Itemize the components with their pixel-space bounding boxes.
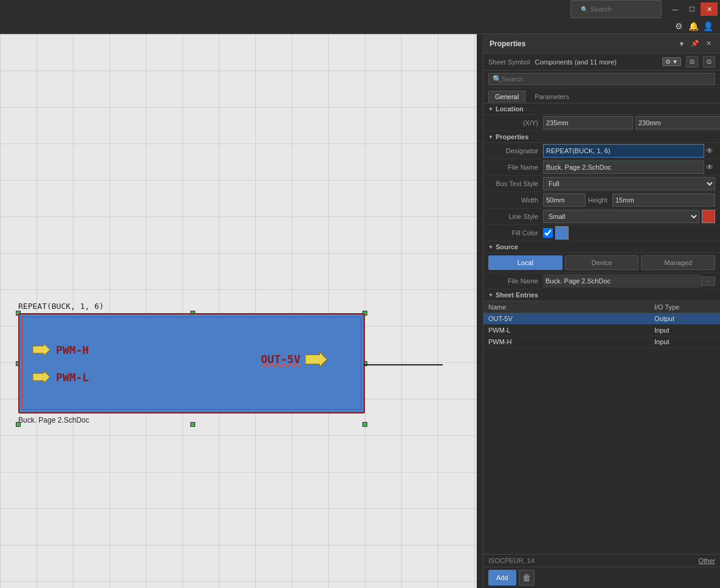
tab-general[interactable]: General — [488, 91, 525, 103]
canvas-area: REPEAT(BUCK, 1, 6) — [0, 34, 477, 588]
designator-input[interactable] — [543, 144, 704, 157]
entry-row-0[interactable]: OUT-5V Output — [483, 313, 720, 325]
footer-buttons: Add 🗑 — [483, 567, 720, 588]
bus-text-style-select[interactable]: Full — [543, 177, 715, 190]
sheet-entries-triangle-icon: ▼ — [488, 292, 493, 298]
sheet-entries-section-header[interactable]: ▼ Sheet Entries — [483, 289, 720, 301]
properties-triangle-icon: ▼ — [488, 134, 493, 140]
panel-footer: ISOCPEUR, 14 Other — [483, 554, 720, 567]
maximize-button[interactable]: ☐ — [684, 2, 701, 16]
component-body-wrapper: PWM-H PWM-L OUT-5V — [18, 313, 365, 424]
sheet-entries-table-header: Name I/O Type — [483, 301, 720, 313]
fill-color-label: Fill Color — [488, 229, 543, 237]
schematic-component[interactable]: REPEAT(BUCK, 1, 6) — [18, 302, 365, 424]
xy-label: (X/Y) — [488, 119, 543, 126]
sheet-symbol-label: Sheet Symbol — [488, 58, 530, 66]
filter-icon: ⚙ — [665, 58, 671, 65]
more-button[interactable]: ··· — [702, 277, 715, 286]
source-file-row: File Name Buck. Page 2.SchDoc ··· — [483, 273, 720, 289]
entry-row-1[interactable]: PWM-L Input — [483, 325, 720, 336]
filename-label: File Name — [488, 164, 543, 171]
x-input[interactable] — [543, 116, 633, 130]
entry-iotype-2: Input — [654, 338, 715, 345]
delete-button[interactable]: 🗑 — [519, 570, 535, 586]
source-section-label: Source — [496, 243, 518, 251]
entry-name-0: OUT-5V — [488, 315, 654, 322]
settings-icon[interactable]: ⚙ — [671, 19, 686, 33]
col-name-header: Name — [488, 303, 654, 311]
component-body: PWM-H PWM-L OUT-5V — [18, 313, 365, 413]
properties-section-label: Properties — [496, 133, 528, 140]
local-button[interactable]: Local — [488, 255, 562, 270]
tab-parameters[interactable]: Parameters — [528, 91, 576, 103]
filter-dropdown-icon: ▼ — [672, 58, 678, 65]
title-bar: 🔍 — ☐ ✕ — [0, 0, 720, 18]
panel-close-icon[interactable]: ✕ — [703, 38, 714, 49]
out5v-arrow-icon — [305, 351, 327, 367]
svg-marker-0 — [33, 344, 50, 356]
footer-info: ISOCPEUR, 14 — [488, 557, 535, 564]
vertical-scrollbar[interactable] — [477, 34, 483, 588]
location-section-header[interactable]: ▼ Location — [483, 103, 720, 115]
title-search-box[interactable]: 🔍 — [570, 0, 662, 18]
bus-text-style-label: Bus Text Style — [488, 180, 543, 187]
pin-out5v-container: OUT-5V — [261, 345, 327, 373]
main-area: REPEAT(BUCK, 1, 6) — [0, 34, 720, 588]
panel-tabs: General Parameters — [483, 88, 720, 103]
filter-button[interactable]: ⚙ ▼ — [662, 57, 681, 66]
title-search-icon: 🔍 — [581, 6, 588, 13]
bus-text-style-row: Bus Text Style Full — [483, 176, 720, 192]
pwm-l-arrow-icon — [33, 371, 50, 383]
height-input[interactable] — [612, 193, 715, 207]
entry-name-1: PWM-L — [488, 327, 654, 334]
line-style-row: Line Style Small — [483, 209, 720, 225]
source-section-header[interactable]: ▼ Source — [483, 241, 720, 253]
fill-color-swatch[interactable] — [555, 226, 569, 240]
minimize-button[interactable]: — — [666, 2, 684, 16]
panel-search-input[interactable] — [502, 75, 711, 83]
window-controls: — ☐ ✕ — [666, 2, 718, 16]
device-button[interactable]: Device — [565, 255, 639, 270]
width-height-row: Width Height — [483, 192, 720, 209]
copy-button[interactable]: ⧉ — [686, 56, 698, 67]
line-style-select[interactable]: Small — [543, 210, 699, 223]
designator-row: Designator 👁 — [483, 143, 720, 159]
handle-bm[interactable] — [190, 422, 195, 427]
sheet-entries-section-label: Sheet Entries — [496, 291, 538, 299]
panel-search: 🔍 — [483, 71, 720, 88]
title-search-input[interactable] — [590, 5, 657, 13]
add-button[interactable]: Add — [488, 570, 516, 586]
panel-title: Properties — [490, 40, 525, 48]
managed-button[interactable]: Managed — [641, 255, 715, 270]
designator-eye-icon[interactable]: 👁 — [704, 145, 715, 156]
source-filename-value: Buck. Page 2.SchDoc — [543, 274, 702, 288]
notifications-icon[interactable]: 🔔 — [686, 19, 701, 33]
filename-input[interactable] — [543, 161, 704, 174]
fill-color-row: Fill Color — [483, 225, 720, 241]
components-count-label: Components (and 11 more) — [535, 58, 657, 66]
location-section-label: Location — [496, 105, 524, 112]
entry-row-2[interactable]: PWM-H Input — [483, 336, 720, 348]
filename-row: File Name 👁 — [483, 159, 720, 176]
width-label: Width — [488, 196, 543, 204]
filename-eye-icon[interactable]: 👁 — [704, 162, 715, 173]
handle-br[interactable] — [362, 422, 367, 427]
xy-inputs — [543, 116, 720, 130]
panel-pin-icon[interactable]: 📌 — [690, 38, 701, 49]
header-icons: ▼ 📌 ✕ — [676, 38, 714, 49]
menu-bar: ⚙ 🔔 👤 — [0, 18, 720, 34]
properties-section-header[interactable]: ▼ Properties — [483, 131, 720, 143]
handle-bl[interactable] — [16, 422, 21, 427]
line-color-swatch[interactable] — [702, 210, 715, 223]
other-link[interactable]: Other — [698, 557, 715, 564]
fill-color-checkbox[interactable] — [543, 228, 553, 238]
panel-collapse-icon[interactable]: ▼ — [676, 38, 687, 49]
width-input[interactable] — [543, 193, 586, 207]
panel-search-box[interactable]: 🔍 — [488, 73, 715, 85]
copy2-button[interactable]: ⧉ — [703, 56, 715, 67]
panel-subheader: Sheet Symbol Components (and 11 more) ⚙ … — [483, 54, 720, 71]
user-icon[interactable]: 👤 — [701, 19, 715, 33]
y-input[interactable] — [635, 116, 720, 130]
close-button[interactable]: ✕ — [701, 2, 718, 16]
component-name-label: REPEAT(BUCK, 1, 6) — [18, 302, 365, 311]
